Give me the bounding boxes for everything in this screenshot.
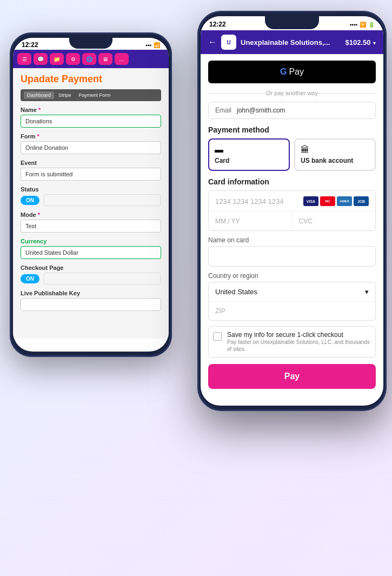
currency-input[interactable] [21,246,161,259]
event-label: Event [21,160,161,166]
gpay-pay-text: Pay [289,67,304,77]
mastercard-logo: MC [320,196,335,206]
app-logo: U [221,35,236,50]
currency-label: Currency [21,238,161,244]
more-icon[interactable]: … [115,53,129,65]
visa-logo: VISA [303,196,318,206]
name-field-group: Name * [21,107,161,128]
back-time: 12:22 [22,41,38,49]
front-time: 12:22 [209,21,226,28]
name-required: * [38,107,41,113]
mode-label: Mode * [21,211,161,218]
divider-text: Or pay another way [208,90,376,96]
balance-chevron-icon: ▾ [373,40,376,46]
form-required: * [37,133,39,140]
breadcrumb-dashboard[interactable]: Dashboard [24,91,54,99]
name-input[interactable] [21,115,161,128]
save-row: Save my info for secure 1-click checkout… [208,326,376,357]
card-info-box: 1234 1234 1234 1234 VISA MC AMEX JCB MM … [208,190,376,231]
gpay-letter-g: G [280,67,287,77]
card-payment-method[interactable]: ▬ Card [208,138,290,171]
monitor-icon[interactable]: 🖥 [98,53,112,65]
country-dropdown[interactable]: United States ▾ [208,282,376,302]
status-label: Status [21,186,161,193]
card-logos: VISA MC AMEX JCB [303,196,369,206]
status-toggle-row: ON [21,194,161,206]
zip-field[interactable]: ZIP [208,302,376,321]
signal-icon: ▪▪▪ [145,42,151,48]
pay-button[interactable]: Pay [208,364,376,389]
front-notch [265,16,319,29]
card-label: Card [215,157,283,164]
back-arrow-icon[interactable]: ← [208,37,217,47]
mode-field-group: Mode * [21,211,161,233]
breadcrumb: Dashboard Stripe Payment Form [21,89,161,101]
chat-icon[interactable]: 💬 [34,53,48,65]
bank-payment-method[interactable]: 🏛 US bank account [294,138,376,171]
wifi-icon: 📶 [154,42,160,48]
mode-required: * [38,211,40,218]
breadcrumb-stripe[interactable]: Stripe [55,91,75,99]
checkout-toggle-track [44,273,161,284]
front-wifi-icon: 🛜 [360,22,366,28]
app-name: Unexplainable Solutions,... [241,38,330,47]
card-number-placeholder[interactable]: 1234 1234 1234 1234 [215,197,284,206]
checkout-toggle[interactable]: ON [21,274,39,283]
name-on-card-label: Name on card [208,236,376,244]
live-key-input[interactable] [21,298,161,311]
form-field-group: Form * [21,133,161,154]
front-signal-icon: ▪▪▪▪ [350,22,357,28]
card-icon: ▬ [215,145,283,155]
event-input[interactable] [21,168,161,181]
email-value: john@smith.com [237,107,285,114]
icon-bar: ☰ 💬 📁 ⚙ 🌐 🖥 … [13,50,169,68]
front-battery-icon: 🔋 [368,22,375,28]
live-key-label: Live Publishable Key [21,290,161,296]
breadcrumb-payment-form[interactable]: Payment Form [76,91,114,99]
chevron-down-icon: ▾ [365,288,369,296]
checkout-toggle-row: ON [21,273,161,284]
status-toggle[interactable]: ON [21,196,39,205]
form-input[interactable] [21,141,161,154]
jcb-logo: JCB [354,196,369,206]
app-header: ← U Unexplainable Solutions,... $102.50 … [201,30,383,54]
email-row: Email john@smith.com [208,102,376,119]
front-phone-screen: 12:22 ▪▪▪▪ 🛜 🔋 ← U Unexplainable Solutio… [201,16,383,406]
checkout-label: Checkout Page [21,264,161,271]
app-balance-wrapper[interactable]: $102.50 ▾ [346,37,376,47]
country-label: Country or region [208,272,376,280]
bank-icon: 🏛 [301,145,369,155]
email-label: Email [215,107,231,114]
country-value: United States [215,288,257,296]
globe-icon[interactable]: 🌐 [82,53,96,65]
save-checkbox[interactable] [213,332,222,341]
cvc-field[interactable]: CVC [293,212,376,230]
form-label: Form * [21,133,161,140]
payment-method-title: Payment method [208,125,376,134]
front-phone: 12:22 ▪▪▪▪ 🛜 🔋 ← U Unexplainable Solutio… [197,11,387,411]
save-sub-text: Pay faster on Unexplainable Solutions, L… [227,339,371,353]
status-field-group: Status ON [21,186,161,206]
bank-label: US bank account [301,157,369,164]
currency-field-group: Currency [21,238,161,259]
save-main-text: Save my info for secure 1-click checkout [227,331,371,339]
app-header-left: ← U Unexplainable Solutions,... [208,35,330,50]
payment-methods: ▬ Card 🏛 US bank account [208,138,376,171]
menu-icon[interactable]: ☰ [17,53,31,65]
front-status-icons: ▪▪▪▪ 🛜 🔋 [350,22,375,28]
settings-icon[interactable]: ⚙ [66,53,80,65]
gpay-button[interactable]: G Pay [208,61,376,83]
status-toggle-track [44,194,161,206]
name-on-card-input[interactable] [208,246,376,267]
folder-icon[interactable]: 📁 [50,53,64,65]
back-content: Upadate Payment Dashboard Stripe Payment… [13,68,169,339]
live-key-field-group: Live Publishable Key [21,290,161,311]
amex-logo: AMEX [337,196,352,206]
expiry-field[interactable]: MM / YY [209,212,293,230]
page-title: Upadate Payment [21,74,161,85]
card-info-title: Card information [208,177,376,186]
app-balance: $102.50 [346,38,371,47]
back-status-icons: ▪▪▪ 📶 [145,42,160,48]
back-phone-screen: 12:22 ▪▪▪ 📶 ☰ 💬 📁 ⚙ 🌐 🖥 … Upadate Paymen… [13,38,169,352]
mode-input[interactable] [21,220,161,233]
